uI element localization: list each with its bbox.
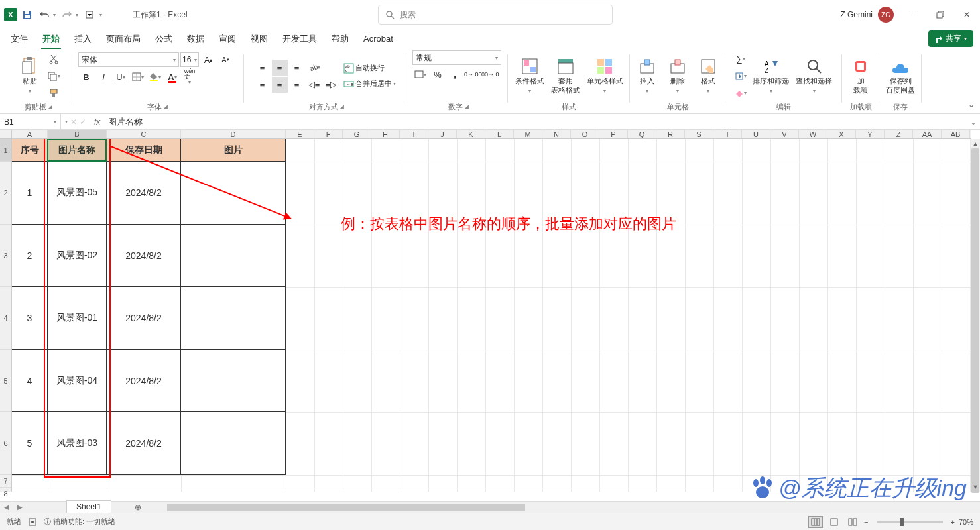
cell-C6[interactable]: 2024/8/2 — [106, 411, 181, 475]
tab-开发工具[interactable]: 开发工具 — [281, 30, 318, 48]
col-header-U[interactable]: U — [742, 130, 770, 138]
col-header-B[interactable]: B — [48, 130, 107, 138]
format-cells-button[interactable]: 格式▾ — [694, 56, 723, 95]
tab-审阅[interactable]: 审阅 — [217, 30, 237, 48]
autosum-button[interactable]: ∑▾ — [733, 51, 749, 67]
col-header-V[interactable]: V — [770, 130, 799, 138]
row-header-3[interactable]: 3 — [0, 225, 11, 287]
cell-B1[interactable]: 图片名称 — [47, 139, 107, 162]
paste-button[interactable]: 粘贴▾ — [15, 56, 44, 95]
zoom-in-button[interactable]: + — [951, 518, 955, 526]
redo-button[interactable] — [60, 7, 74, 22]
align-top-button[interactable]: ≡ — [255, 60, 271, 76]
cut-button[interactable] — [46, 51, 62, 67]
col-header-E[interactable]: E — [286, 130, 314, 138]
formula-input[interactable]: 图片名称 — [104, 116, 967, 128]
cell-B6[interactable]: 风景图-03 — [47, 411, 107, 475]
number-format-select[interactable]: 常规▾ — [412, 50, 501, 65]
alignment-launcher[interactable]: ◢ — [339, 103, 344, 110]
col-header-W[interactable]: W — [799, 130, 827, 138]
col-header-AA[interactable]: AA — [913, 130, 942, 138]
cell-A3[interactable]: 2 — [12, 224, 48, 287]
tab-数据[interactable]: 数据 — [186, 30, 206, 48]
qat-more[interactable]: ▾ — [99, 12, 102, 18]
macro-record-icon[interactable] — [28, 517, 37, 527]
collapse-ribbon-button[interactable]: ⌄ — [968, 100, 975, 109]
format-table-button[interactable]: 套用 表格格式 — [548, 56, 583, 95]
row-header-6[interactable]: 6 — [0, 412, 11, 475]
orientation-button[interactable]: ab▾ — [306, 60, 322, 76]
format-painter-button[interactable] — [46, 85, 62, 101]
addins-button[interactable]: 加 载项 — [846, 56, 875, 95]
fb-dropdown[interactable]: ▾ — [65, 119, 68, 125]
cell-D4[interactable] — [180, 286, 286, 350]
cell-B5[interactable]: 风景图-04 — [47, 349, 107, 412]
cell-C3[interactable]: 2024/8/2 — [106, 224, 181, 287]
font-name-select[interactable]: 宋体▾ — [78, 52, 179, 67]
delete-cells-button[interactable]: 删除▾ — [663, 56, 692, 95]
cell-C4[interactable]: 2024/8/2 — [106, 286, 181, 350]
accounting-format-button[interactable]: ▾ — [412, 66, 428, 82]
zoom-level[interactable]: 70% — [959, 518, 973, 526]
clipboard-launcher[interactable]: ◢ — [48, 103, 52, 110]
accessibility-status[interactable]: ⓘ 辅助功能: 一切就绪 — [44, 517, 115, 527]
bold-button[interactable]: B — [78, 69, 94, 85]
vertical-scrollbar[interactable]: ▲ ▼ — [971, 139, 980, 492]
redo-dropdown[interactable]: ▾ — [74, 12, 80, 18]
horizontal-scrollbar[interactable] — [158, 503, 980, 512]
sort-filter-button[interactable]: AZ排序和筛选▾ — [750, 56, 792, 95]
page-layout-view-button[interactable] — [827, 516, 841, 528]
cell-A1[interactable]: 序号 — [12, 139, 48, 162]
tab-视图[interactable]: 视图 — [249, 30, 269, 48]
col-header-K[interactable]: K — [457, 130, 485, 138]
increase-decimal-button[interactable]: .0→.00 — [464, 66, 480, 82]
cell-D2[interactable] — [180, 161, 286, 225]
row-header-5[interactable]: 5 — [0, 350, 11, 412]
conditional-format-button[interactable]: 条件格式▾ — [513, 56, 547, 95]
row-header-7[interactable]: 7 — [0, 475, 11, 488]
cell-C5[interactable]: 2024/8/2 — [106, 349, 181, 412]
page-break-view-button[interactable] — [845, 516, 860, 528]
merge-center-button[interactable]: ←a→合并后居中▾ — [341, 78, 398, 91]
name-box[interactable]: B1▾ — [0, 114, 61, 129]
col-header-Z[interactable]: Z — [885, 130, 913, 138]
sheet-nav-next[interactable]: ▶ — [13, 504, 27, 511]
tab-开始[interactable]: 开始 — [41, 30, 61, 48]
clear-button[interactable]: ▾ — [733, 85, 749, 101]
cell-B4[interactable]: 风景图-01 — [47, 286, 107, 350]
font-color-button[interactable]: A▾ — [164, 69, 180, 85]
cell-B2[interactable]: 风景图-05 — [47, 161, 107, 225]
borders-button[interactable]: ▾ — [130, 69, 146, 85]
row-header-2[interactable]: 2 — [0, 162, 11, 225]
number-launcher[interactable]: ◢ — [464, 103, 469, 110]
col-header-A[interactable]: A — [12, 130, 48, 138]
percent-button[interactable]: % — [430, 66, 446, 82]
align-left-button[interactable]: ≡ — [255, 77, 271, 93]
cell-styles-button[interactable]: 单元格样式▾ — [584, 56, 626, 95]
sheet-tab-active[interactable]: Sheet1 — [66, 500, 111, 514]
tab-Acrobat[interactable]: Acrobat — [362, 31, 395, 46]
col-header-G[interactable]: G — [343, 130, 371, 138]
col-header-C[interactable]: C — [107, 130, 181, 138]
row-header-1[interactable]: 1 — [0, 139, 11, 162]
col-header-T[interactable]: T — [713, 130, 742, 138]
cell-A4[interactable]: 3 — [12, 286, 48, 350]
find-select-button[interactable]: 查找和选择▾ — [793, 56, 835, 95]
col-header-Q[interactable]: Q — [628, 130, 656, 138]
underline-button[interactable]: U▾ — [113, 69, 129, 85]
font-size-select[interactable]: 16▾ — [180, 52, 199, 67]
phonetic-button[interactable]: wén文▾ — [182, 69, 198, 85]
search-input[interactable]: 搜索 — [378, 5, 613, 25]
col-header-O[interactable]: O — [571, 130, 599, 138]
tab-页面布局[interactable]: 页面布局 — [105, 30, 142, 48]
undo-button[interactable] — [37, 7, 52, 22]
cell-A6[interactable]: 5 — [12, 411, 48, 475]
save-button[interactable] — [20, 7, 34, 22]
col-header-J[interactable]: J — [428, 130, 457, 138]
save-baidu-button[interactable]: 保存到 百度网盘 — [883, 56, 918, 95]
cancel-formula-button[interactable]: ✕ — [70, 117, 77, 127]
decrease-decimal-button[interactable]: .00→.0 — [481, 66, 497, 82]
tab-公式[interactable]: 公式 — [154, 30, 174, 48]
col-header-H[interactable]: H — [371, 130, 400, 138]
wrap-text-button[interactable]: abc自动换行 — [341, 62, 398, 75]
